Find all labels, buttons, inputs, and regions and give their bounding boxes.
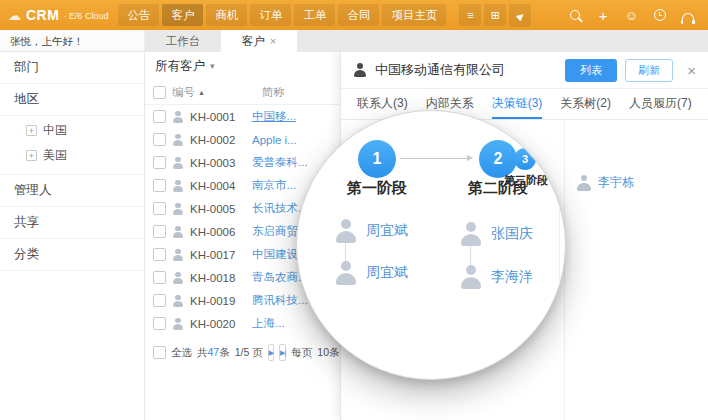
refresh-button[interactable]: 刷新 xyxy=(625,59,673,82)
topbar: ☁ CRM · E/6 Cloud 公告 客户 商机 订单 工单 合同 项目主页… xyxy=(0,0,708,30)
customer-avatar-icon xyxy=(172,203,184,215)
headset-support-icon[interactable] xyxy=(681,10,694,20)
page-indicator: 1/5 页 xyxy=(235,346,263,360)
customer-avatar-icon xyxy=(172,318,184,330)
menu-item-announcements[interactable]: 公告 xyxy=(118,4,159,26)
tab-customers[interactable]: 客户 × xyxy=(221,30,297,52)
region-tree: + 中国 + 美国 xyxy=(0,116,144,175)
next-page-button[interactable]: ▶ xyxy=(268,344,274,361)
tree-item-usa[interactable]: + 美国 xyxy=(0,143,144,168)
total-number: 47 xyxy=(208,346,220,358)
tab-workbench[interactable]: 工作台 xyxy=(145,30,221,52)
customer-id: KH-0002 xyxy=(190,134,246,146)
row-checkbox[interactable] xyxy=(153,294,166,307)
row-checkbox[interactable] xyxy=(153,110,166,123)
person-avatar-icon xyxy=(459,222,483,246)
customer-link[interactable]: 上海... xyxy=(252,316,285,331)
select-all-checkbox[interactable] xyxy=(153,346,166,359)
expand-icon[interactable]: + xyxy=(26,125,37,136)
tree-item-china[interactable]: + 中国 xyxy=(0,118,144,143)
column-id-label[interactable]: 编号 xyxy=(172,85,195,100)
select-all-label: 全选 xyxy=(171,346,192,360)
row-checkbox[interactable] xyxy=(153,317,166,330)
customer-link[interactable]: 爱普泰科... xyxy=(252,155,308,170)
menu-item-opportunities[interactable]: 商机 xyxy=(206,4,247,26)
arrow-right-icon xyxy=(400,158,472,159)
table-row[interactable]: KH-0002 Apple i... xyxy=(145,128,340,151)
row-checkbox[interactable] xyxy=(153,271,166,284)
app-grid-icon[interactable]: ⊞ xyxy=(484,4,506,26)
customer-link[interactable]: Apple i... xyxy=(252,134,297,146)
list-view-button[interactable]: 列表 xyxy=(565,59,617,82)
send-icon[interactable]: ▶ xyxy=(509,4,531,27)
column-name-label[interactable]: 简称 xyxy=(262,85,340,100)
person-link[interactable]: 李宇栋 xyxy=(598,174,634,191)
close-panel-icon[interactable]: × xyxy=(687,63,696,78)
tab-personnel-history[interactable]: 人员履历(7) xyxy=(629,89,692,119)
search-icon[interactable] xyxy=(569,10,582,20)
app-logo-suffix: · E/6 Cloud xyxy=(63,11,108,21)
filter-label: 所有客户 xyxy=(155,58,205,75)
last-page-button[interactable]: ▶| xyxy=(279,344,286,361)
customer-avatar-icon xyxy=(172,249,184,261)
sidebar-item-manager[interactable]: 管理人 xyxy=(0,175,144,207)
row-checkbox[interactable] xyxy=(153,225,166,238)
expand-icon[interactable]: + xyxy=(26,150,37,161)
customer-link[interactable]: 中国移... xyxy=(252,109,296,124)
add-icon[interactable]: + xyxy=(597,8,610,23)
customer-id: KH-0020 xyxy=(190,318,246,330)
customer-id: KH-0017 xyxy=(190,249,246,261)
row-checkbox[interactable] xyxy=(153,202,166,215)
sidebar-item-department[interactable]: 部门 xyxy=(0,52,144,84)
menu-item-work-orders[interactable]: 工单 xyxy=(294,4,335,26)
per-page-label: 每页 xyxy=(291,346,312,360)
table-row[interactable]: KH-0003 爱普泰科... xyxy=(145,151,340,174)
stage2-person-item[interactable]: 李海洋 xyxy=(459,265,533,289)
menu-item-orders[interactable]: 订单 xyxy=(250,4,291,26)
close-tab-icon[interactable]: × xyxy=(270,36,276,47)
tab-decision-chain[interactable]: 决策链(3) xyxy=(492,89,543,119)
table-header: 编号 ▲ 简称 xyxy=(145,80,340,105)
tab-relation-tree[interactable]: 关系树(2) xyxy=(560,89,611,119)
person-link[interactable]: 李海洋 xyxy=(491,268,533,286)
app-brand[interactable]: ☁ CRM · E/6 Cloud xyxy=(0,7,118,23)
tree-item-usa-label: 美国 xyxy=(43,147,67,164)
row-checkbox[interactable] xyxy=(153,156,166,169)
send-glyph: ▶ xyxy=(511,5,530,26)
sort-asc-icon[interactable]: ▲ xyxy=(198,89,205,96)
stage1-person-item[interactable]: 周宜斌 xyxy=(334,219,408,243)
customer-link[interactable]: 南京市... xyxy=(252,178,296,193)
emoji-icon[interactable]: ☺ xyxy=(625,8,638,23)
menu-item-customers[interactable]: 客户 xyxy=(162,4,203,26)
hamburger-menu-icon[interactable]: ≡ xyxy=(459,4,481,26)
stage3-person-item[interactable]: 李宇栋 xyxy=(576,174,634,191)
sidebar-item-category[interactable]: 分类 xyxy=(0,239,144,271)
select-all-checkbox[interactable] xyxy=(153,86,166,99)
person-link[interactable]: 张国庆 xyxy=(491,225,533,243)
stage1-person-item[interactable]: 周宜斌 xyxy=(334,261,408,285)
sidebar-item-shared[interactable]: 共享 xyxy=(0,207,144,239)
table-row[interactable]: KH-0020 上海... xyxy=(145,312,340,335)
sidebar-item-region[interactable]: 地区 xyxy=(0,84,144,116)
row-checkbox[interactable] xyxy=(153,133,166,146)
customer-id: KH-0018 xyxy=(190,272,246,284)
menu-item-project-home[interactable]: 项目主页 xyxy=(382,4,446,26)
stage1-badge: 1 xyxy=(358,140,396,178)
chevron-down-icon: ▾ xyxy=(210,61,215,71)
person-link[interactable]: 周宜斌 xyxy=(366,222,408,240)
customer-id: KH-0005 xyxy=(190,203,246,215)
stage2-person-item[interactable]: 张国庆 xyxy=(459,222,533,246)
column-divider xyxy=(564,120,565,420)
stage3-label: 第三阶段 xyxy=(501,173,551,188)
history-clock-icon[interactable] xyxy=(653,9,666,21)
menu-item-contracts[interactable]: 合同 xyxy=(338,4,379,26)
row-checkbox[interactable] xyxy=(153,248,166,261)
table-row[interactable]: KH-0001 中国移... xyxy=(145,105,340,128)
row-checkbox[interactable] xyxy=(153,179,166,192)
stage1-label: 第一阶段 xyxy=(347,179,407,198)
customer-id: KH-0006 xyxy=(190,226,246,238)
person-avatar-icon xyxy=(334,219,358,243)
customer-link[interactable]: 腾讯科技... xyxy=(252,293,308,308)
customer-filter-dropdown[interactable]: 所有客户 ▾ xyxy=(145,52,340,80)
person-link[interactable]: 周宜斌 xyxy=(366,264,408,282)
